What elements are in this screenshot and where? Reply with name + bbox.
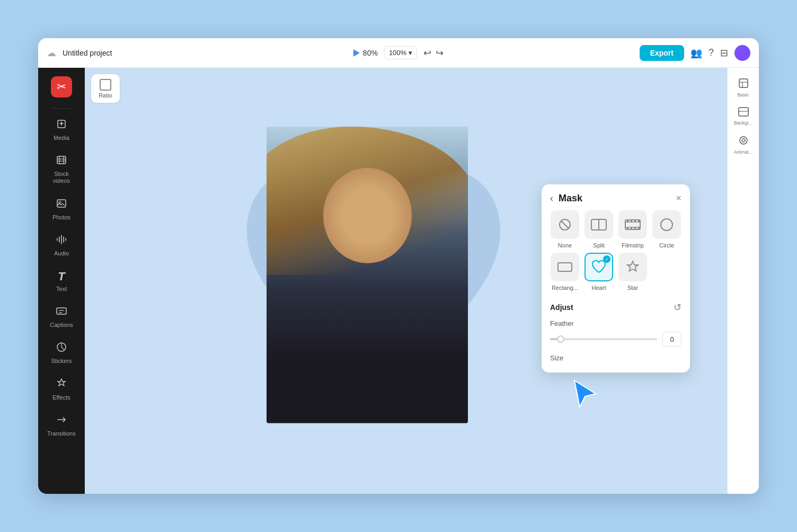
sidebar-item-photos[interactable]: Photos xyxy=(42,192,81,226)
svg-rect-23 xyxy=(631,227,632,229)
mask-heart-icon: ✓ xyxy=(585,253,613,281)
feather-slider-row: 0 xyxy=(550,332,681,347)
mask-close-button[interactable]: × xyxy=(676,193,681,204)
cloud-icon: ☁ xyxy=(47,47,56,59)
mask-panel: ‹ Mask × None xyxy=(542,184,690,373)
svg-line-12 xyxy=(561,221,569,228)
topbar-center: 80% 100% ▾ ↩ ↪ xyxy=(353,46,444,59)
transitions-icon xyxy=(56,414,67,428)
mask-rectangle-icon xyxy=(551,253,579,281)
photos-icon xyxy=(56,198,67,212)
mask-feather-label: Feather xyxy=(550,320,681,327)
mask-item-circle[interactable]: Circle xyxy=(652,210,681,249)
mask-none-label: None xyxy=(558,242,572,249)
stickers-icon xyxy=(56,341,67,356)
effects-icon xyxy=(56,378,67,392)
mask-split-label: Split xyxy=(593,242,604,249)
stock-videos-icon xyxy=(56,154,67,169)
mask-item-none[interactable]: None xyxy=(550,210,580,249)
sidebar-item-transitions[interactable]: Transitions xyxy=(42,409,81,442)
sidebar-item-audio-label: Audio xyxy=(54,250,69,257)
mask-panel-header: ‹ Mask × xyxy=(542,184,690,210)
right-panel-animate-label: Animat... xyxy=(734,149,753,155)
sidebar-item-media-label: Media xyxy=(54,135,69,141)
sidebar-item-text-label: Text xyxy=(56,286,67,292)
sidebar-item-stock-videos-label: Stockvideos xyxy=(53,171,70,184)
ratio-button[interactable]: Ratio xyxy=(91,74,120,103)
mask-item-filmstrip[interactable]: Filmstrip xyxy=(618,210,648,249)
mask-rectangle-label: Rectang... xyxy=(552,285,578,291)
mask-item-star[interactable]: Star xyxy=(618,253,648,291)
topbar: ☁ Untitled project 80% 100% ▾ ↩ ↪ Export… xyxy=(38,38,759,68)
svg-rect-0 xyxy=(57,156,66,164)
svg-rect-20 xyxy=(634,220,636,222)
right-panel-background-label: Backgr... xyxy=(734,120,752,126)
svg-point-6 xyxy=(59,201,61,203)
undo-button[interactable]: ↩ xyxy=(423,47,431,59)
heart-selected-check: ✓ xyxy=(603,255,610,263)
right-panel: Basic Backgr... Animat.. xyxy=(727,68,759,494)
sidebar-item-stock-videos[interactable]: Stockvideos xyxy=(42,149,81,190)
zoom-selector[interactable]: 100% ▾ xyxy=(384,46,417,59)
mask-adjust-label: Adjust xyxy=(550,303,573,312)
sidebar-divider xyxy=(51,108,72,109)
sidebar-item-media[interactable]: Media xyxy=(42,113,81,147)
mask-heart-label: Heart xyxy=(592,285,606,291)
right-panel-animate[interactable]: Animat... xyxy=(730,131,757,158)
ratio-label: Ratio xyxy=(99,92,112,99)
zoom-chevron-icon: ▾ xyxy=(409,49,412,57)
sidebar-item-audio[interactable]: Audio xyxy=(42,228,81,262)
avatar xyxy=(734,45,750,61)
play-triangle-icon xyxy=(353,49,360,57)
mask-filmstrip-label: Filmstrip xyxy=(622,242,644,249)
captions-icon xyxy=(56,305,67,320)
project-name: Untitled project xyxy=(63,49,112,57)
mask-star-label: Star xyxy=(627,285,638,291)
svg-rect-18 xyxy=(627,220,628,222)
media-icon xyxy=(56,118,67,132)
mask-item-split[interactable]: Split xyxy=(584,210,614,249)
mask-back-button[interactable]: ‹ xyxy=(550,193,553,204)
mask-star-icon xyxy=(618,253,647,281)
mask-feather-row: Feather 0 xyxy=(542,317,690,352)
undo-redo-group: ↩ ↪ xyxy=(423,47,444,59)
mask-size-label: Size xyxy=(542,352,690,362)
mask-split-icon xyxy=(585,210,613,239)
app-window: ☁ Untitled project 80% 100% ▾ ↩ ↪ Export… xyxy=(38,38,759,494)
sidebar-item-photos-label: Photos xyxy=(52,214,70,221)
mask-item-heart[interactable]: ✓ Heart xyxy=(584,253,614,291)
mask-title: Mask xyxy=(559,193,670,204)
sidebar-item-effects[interactable]: Effects xyxy=(42,373,81,406)
feather-value: 0 xyxy=(662,332,681,347)
sidebar-item-stickers-label: Stickers xyxy=(51,358,72,365)
layers-icon[interactable]: ⊟ xyxy=(720,47,728,59)
mask-reset-button[interactable]: ↺ xyxy=(674,302,681,313)
sidebar-item-text[interactable]: T Text xyxy=(42,264,81,298)
export-button[interactable]: Export xyxy=(640,45,684,61)
background-icon xyxy=(738,107,749,119)
svg-rect-27 xyxy=(558,263,572,271)
sidebar-item-captions-label: Captions xyxy=(50,322,73,329)
svg-rect-5 xyxy=(57,200,66,207)
svg-rect-25 xyxy=(638,227,640,229)
collaborators-icon[interactable]: 👥 xyxy=(690,47,702,59)
right-panel-basic[interactable]: Basic xyxy=(730,74,757,101)
sidebar-item-captions[interactable]: Captions xyxy=(42,300,81,334)
sidebar-item-transitions-label: Transitions xyxy=(47,430,75,437)
sidebar-item-stickers[interactable]: Stickers xyxy=(42,336,81,370)
mask-adjust-section: Adjust ↺ xyxy=(542,299,690,317)
mask-none-icon xyxy=(551,210,579,239)
feather-slider-thumb[interactable] xyxy=(557,335,564,343)
feather-slider[interactable] xyxy=(550,338,657,340)
mask-item-rectangle[interactable]: Rectang... xyxy=(550,253,580,291)
help-icon[interactable]: ? xyxy=(709,47,714,58)
right-panel-background[interactable]: Backgr... xyxy=(730,103,757,129)
sidebar-item-effects-label: Effects xyxy=(52,394,70,401)
svg-rect-24 xyxy=(634,227,636,229)
svg-rect-21 xyxy=(638,220,640,222)
play-button[interactable]: 80% xyxy=(353,49,378,57)
redo-button[interactable]: ↪ xyxy=(436,47,444,59)
main-area: ✂ Media xyxy=(38,68,759,494)
ratio-icon xyxy=(100,79,111,91)
mask-filmstrip-icon xyxy=(618,210,647,239)
